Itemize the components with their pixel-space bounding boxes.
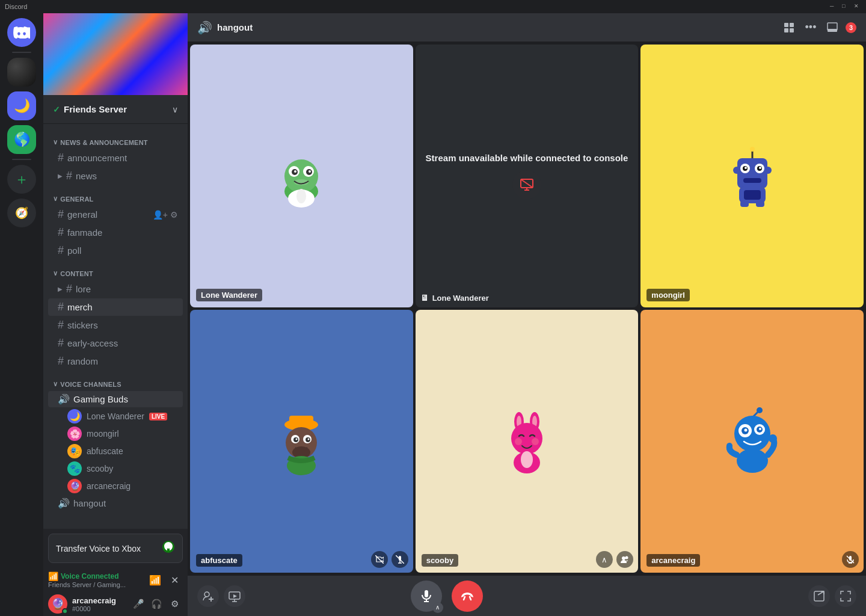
voice-connected-server: Friends Server / Gaming... [48, 581, 144, 588]
hash-icon: # [58, 152, 64, 164]
fullscreen-button[interactable] [835, 585, 856, 607]
minimize-button[interactable]: ─ [830, 3, 837, 10]
more-options-button[interactable]: ••• [802, 19, 819, 36]
channel-news[interactable]: ▶ # news [48, 167, 183, 185]
video-tile-abfuscate[interactable]: abfuscate [190, 310, 413, 573]
svg-point-14 [294, 170, 296, 173]
channel-general[interactable]: # general 👤+ ⚙ [48, 206, 183, 223]
user-settings-button[interactable]: ⚙ [166, 596, 183, 612]
svg-rect-3 [790, 23, 794, 27]
channel-announcement[interactable]: # announcement [48, 149, 183, 167]
svg-point-59 [511, 423, 542, 454]
close-button[interactable]: ✕ [854, 3, 861, 10]
pop-out-button[interactable] [808, 585, 830, 607]
svg-point-73 [744, 429, 747, 432]
video-tile-arcanecraig[interactable]: arcanecraig [640, 310, 864, 573]
category-voice-channels[interactable]: ∨ VOICE CHANNELS [43, 371, 188, 390]
xbox-icon [162, 540, 175, 556]
server-chevron-icon: ∨ [172, 105, 178, 114]
voice-member-arcanecraig[interactable]: 🔮 arcanecraig [48, 478, 183, 494]
moongirl-character [722, 143, 782, 209]
server-icon-3[interactable]: 🌎 [7, 125, 36, 154]
voice-channel-header-icon: 🔊 [197, 20, 212, 35]
tile-chevron-button[interactable]: ∧ [596, 551, 613, 568]
svg-rect-93 [814, 591, 824, 601]
channel-header-name: hangout [217, 22, 253, 32]
server-divider [12, 52, 31, 53]
category-general[interactable]: ∨ GENERAL [43, 185, 188, 205]
disconnect-voice-button[interactable]: ✕ [166, 571, 183, 588]
screen-share-icon: 🖥 [420, 293, 429, 303]
screen-share-call-button[interactable] [224, 585, 245, 607]
svg-line-94 [818, 591, 824, 595]
svg-point-18 [296, 189, 306, 203]
svg-point-64 [622, 556, 625, 560]
video-tile-moongirl[interactable]: moongirl [640, 45, 864, 307]
checkmark-icon: ✓ [53, 105, 60, 114]
mic-toggle-button[interactable]: ∧ [411, 581, 442, 612]
inbox-button[interactable] [824, 19, 841, 36]
voice-member-abfuscate[interactable]: 🎭 abfuscate [48, 443, 183, 460]
channel-lore[interactable]: ▶ # lore [48, 280, 183, 298]
tile-people-button[interactable] [616, 551, 633, 568]
svg-rect-7 [828, 29, 837, 32]
svg-point-15 [309, 170, 311, 173]
tile-controls-abfuscate [371, 551, 408, 568]
svg-point-81 [204, 592, 209, 597]
voice-member-scooby[interactable]: 🐾 scooby [48, 460, 183, 477]
user-mic-button[interactable]: 🎤 [130, 596, 147, 612]
svg-rect-5 [790, 28, 794, 32]
tile-mic-button[interactable] [392, 551, 408, 568]
live-badge: LIVE [149, 413, 167, 420]
tile-camera-button[interactable] [371, 551, 388, 568]
voice-signal-button[interactable]: 📶 [147, 571, 164, 588]
end-call-button[interactable] [452, 581, 483, 612]
channel-poll[interactable]: # poll [48, 242, 183, 259]
tile-label-lone-wanderer: Lone Wanderer [196, 289, 262, 301]
category-chevron: ∨ [53, 138, 58, 146]
add-server-button[interactable]: ＋ [7, 165, 36, 194]
call-bar: ∧ [188, 575, 866, 616]
voice-channel-gaming-buds[interactable]: 🔊 Gaming Buds [48, 391, 183, 407]
server-icon-1[interactable] [7, 58, 36, 87]
svg-rect-2 [784, 23, 788, 27]
server-icon-discord[interactable] [7, 18, 36, 47]
add-user-call-button[interactable] [197, 585, 219, 607]
svg-rect-4 [784, 28, 788, 32]
user-headphones-button[interactable]: 🎧 [148, 596, 165, 612]
transfer-voice-bar[interactable]: Transfer Voice to Xbox [48, 534, 183, 563]
explore-servers-button[interactable]: 🧭 [7, 199, 36, 227]
channel-fanmade[interactable]: # fanmade [48, 224, 183, 241]
channel-stickers[interactable]: # stickers [48, 316, 183, 334]
video-tile-stream-unavail[interactable]: Stream unavailable while connected to co… [416, 45, 639, 307]
category-news-announcement[interactable]: ∨ NEWS & ANNOUNCEMENT [43, 129, 188, 149]
channel-early-access[interactable]: # early-access [48, 334, 183, 352]
svg-marker-87 [233, 594, 237, 598]
video-tile-scooby[interactable]: scooby ∧ [416, 310, 639, 573]
speaker-icon: 🔊 [58, 393, 70, 405]
title-bar: Discord ─ □ ✕ [0, 0, 866, 13]
stream-unavailable-content: Stream unavailable while connected to co… [426, 153, 628, 199]
svg-point-1 [167, 545, 170, 549]
user-panel: 🔮 arcanecraig #0000 🎤 🎧 ⚙ [43, 592, 188, 616]
hash-icon: # [66, 170, 72, 182]
server-icon-2[interactable]: 🌙 [7, 91, 36, 120]
grid-view-button[interactable] [781, 19, 797, 36]
voice-member-moongirl[interactable]: 🌸 moongirl [48, 425, 183, 442]
hash-icon: # [58, 319, 64, 331]
sidebar: ✓ Friends Server ∨ ∨ NEWS & ANNOUNCEMENT… [43, 13, 188, 616]
voice-channel-hangout[interactable]: 🔊 hangout [48, 495, 183, 511]
server-banner[interactable] [43, 13, 188, 95]
avatar-moongirl: 🌸 [67, 427, 82, 441]
video-tile-lone-wanderer[interactable]: Lone Wanderer [190, 45, 413, 307]
settings-icon[interactable]: ⚙ [170, 210, 178, 220]
category-content[interactable]: ∨ CONTENT [43, 260, 188, 280]
server-list: 🌙 🌎 ＋ 🧭 [0, 13, 43, 616]
maximize-button[interactable]: □ [842, 3, 849, 10]
add-member-icon[interactable]: 👤+ [153, 210, 168, 220]
voice-member-lone-wanderer[interactable]: 🌙 Lone Wanderer LIVE [48, 408, 183, 425]
channel-merch[interactable]: # merch [48, 298, 183, 316]
channel-random[interactable]: # random [48, 353, 183, 370]
avatar-lone-wanderer: 🌙 [67, 409, 82, 424]
server-header[interactable]: ✓ Friends Server ∨ [43, 95, 188, 124]
